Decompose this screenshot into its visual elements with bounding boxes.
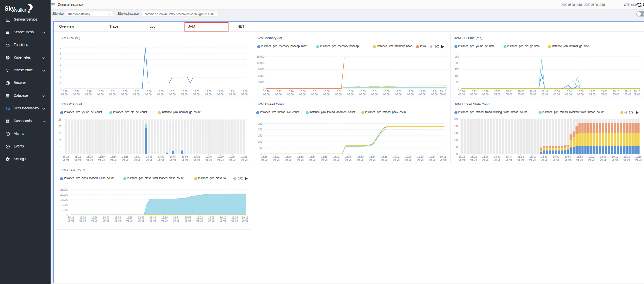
svg-text:05-08: 05-08 bbox=[517, 158, 524, 161]
svg-text:05-08: 05-08 bbox=[482, 93, 489, 96]
svg-text:19:02: 19:02 bbox=[194, 155, 200, 158]
svg-text:18:26: 18:26 bbox=[482, 90, 488, 93]
svg-text:100: 100 bbox=[258, 140, 262, 143]
svg-text:18:18: 18:18 bbox=[458, 90, 465, 93]
svg-text:05-08: 05-08 bbox=[169, 93, 176, 96]
svg-text:18:54: 18:54 bbox=[565, 155, 571, 158]
svg-text:05-08: 05-08 bbox=[205, 158, 212, 161]
svg-text:19:10: 19:10 bbox=[217, 155, 224, 158]
svg-text:05-08: 05-08 bbox=[146, 158, 152, 161]
svg-text:05-08: 05-08 bbox=[564, 158, 571, 161]
svg-text:18:42: 18:42 bbox=[333, 155, 340, 158]
svg-text:18:30: 18:30 bbox=[98, 155, 105, 158]
svg-text:19:18: 19:18 bbox=[440, 155, 446, 158]
svg-text:18:46: 18:46 bbox=[345, 155, 351, 158]
svg-text:05-08: 05-08 bbox=[369, 158, 376, 161]
svg-text:05-08: 05-08 bbox=[345, 158, 352, 161]
svg-text:05-08: 05-08 bbox=[275, 93, 282, 96]
svg-text:18:34: 18:34 bbox=[110, 155, 117, 158]
svg-text:05-08: 05-08 bbox=[63, 158, 69, 161]
svg-text:19:02: 19:02 bbox=[588, 155, 594, 158]
svg-text:05-08: 05-08 bbox=[541, 93, 548, 96]
svg-text:05-08: 05-08 bbox=[79, 219, 86, 222]
svg-text:25: 25 bbox=[58, 118, 62, 121]
svg-text:19:14: 19:14 bbox=[232, 216, 238, 219]
svg-text:18:54: 18:54 bbox=[369, 155, 375, 158]
svg-text:18:34: 18:34 bbox=[506, 155, 512, 158]
svg-text:15,000: 15,000 bbox=[60, 198, 68, 201]
svg-text:05-08: 05-08 bbox=[565, 93, 572, 96]
svg-text:05-08: 05-08 bbox=[381, 158, 388, 161]
svg-text:6,000: 6,000 bbox=[258, 74, 264, 77]
svg-text:05-08: 05-08 bbox=[157, 93, 164, 96]
svg-text:05-08: 05-08 bbox=[518, 93, 524, 96]
svg-text:9,000: 9,000 bbox=[258, 68, 264, 71]
svg-text:15,000: 15,000 bbox=[257, 55, 265, 58]
svg-text:200: 200 bbox=[258, 128, 262, 131]
svg-text:05-08: 05-08 bbox=[205, 93, 212, 96]
svg-text:18:42: 18:42 bbox=[138, 216, 144, 219]
svg-text:12,000: 12,000 bbox=[257, 61, 265, 64]
svg-text:Sky: Sky bbox=[5, 5, 15, 12]
svg-text:250: 250 bbox=[453, 117, 458, 120]
svg-text:18:50: 18:50 bbox=[359, 90, 365, 93]
svg-text:18:18: 18:18 bbox=[63, 155, 69, 158]
svg-text:05-08: 05-08 bbox=[458, 158, 465, 161]
svg-text:05-08: 05-08 bbox=[68, 219, 74, 222]
svg-text:05-08: 05-08 bbox=[347, 93, 354, 96]
svg-text:05-08: 05-08 bbox=[109, 93, 116, 96]
svg-text:05-08: 05-08 bbox=[299, 93, 306, 96]
svg-text:05-08: 05-08 bbox=[297, 158, 304, 161]
svg-text:05-08: 05-08 bbox=[494, 93, 501, 96]
svg-text:05-08: 05-08 bbox=[601, 93, 607, 96]
svg-text:19:14: 19:14 bbox=[429, 155, 435, 158]
svg-text:19:02: 19:02 bbox=[395, 90, 402, 93]
svg-text:18:54: 18:54 bbox=[371, 90, 377, 93]
svg-text:05-08: 05-08 bbox=[612, 158, 618, 161]
svg-text:4: 4 bbox=[60, 64, 61, 67]
svg-text:05-08: 05-08 bbox=[97, 93, 104, 96]
svg-text:05-08: 05-08 bbox=[357, 158, 364, 161]
svg-text:18:22: 18:22 bbox=[73, 90, 80, 93]
svg-text:18:54: 18:54 bbox=[173, 216, 179, 219]
svg-text:05-08: 05-08 bbox=[149, 219, 156, 222]
svg-text:19:02: 19:02 bbox=[193, 90, 200, 93]
svg-text:05-08: 05-08 bbox=[98, 158, 105, 161]
svg-text:15: 15 bbox=[58, 132, 62, 135]
svg-text:05-08: 05-08 bbox=[417, 158, 424, 161]
svg-text:200: 200 bbox=[453, 124, 458, 127]
svg-text:18:50: 18:50 bbox=[158, 155, 164, 158]
svg-text:05-08: 05-08 bbox=[193, 93, 200, 96]
svg-text:05-08: 05-08 bbox=[181, 93, 188, 96]
svg-text:18:22: 18:22 bbox=[470, 155, 477, 158]
svg-text:Sw: Sw bbox=[5, 107, 10, 110]
svg-text:05-08: 05-08 bbox=[196, 219, 203, 222]
svg-text:05-08: 05-08 bbox=[242, 219, 248, 222]
svg-text:18:54: 18:54 bbox=[565, 90, 572, 93]
svg-text:05-08: 05-08 bbox=[383, 93, 390, 96]
svg-text:05-08: 05-08 bbox=[577, 93, 584, 96]
svg-text:18:38: 18:38 bbox=[321, 155, 328, 158]
svg-text:19:06: 19:06 bbox=[405, 155, 411, 158]
svg-text:18:42: 18:42 bbox=[335, 90, 342, 93]
svg-text:18:22: 18:22 bbox=[74, 155, 81, 158]
svg-text:05-08: 05-08 bbox=[613, 93, 619, 96]
svg-text:05-08: 05-08 bbox=[263, 93, 270, 96]
svg-text:18:18: 18:18 bbox=[263, 90, 270, 93]
svg-text:05-08: 05-08 bbox=[181, 158, 188, 161]
svg-text:05-08: 05-08 bbox=[553, 158, 559, 161]
svg-text:19:18: 19:18 bbox=[242, 216, 248, 219]
svg-text:05-08: 05-08 bbox=[482, 158, 489, 161]
svg-text:18:58: 18:58 bbox=[383, 90, 390, 93]
svg-text:18:18: 18:18 bbox=[68, 216, 74, 219]
svg-text:19:18: 19:18 bbox=[635, 155, 642, 158]
svg-text:05-08: 05-08 bbox=[458, 93, 465, 96]
svg-text:5: 5 bbox=[60, 146, 61, 149]
svg-text:18:22: 18:22 bbox=[470, 90, 477, 93]
svg-text:6: 6 bbox=[60, 52, 61, 55]
svg-text:05-08: 05-08 bbox=[121, 93, 128, 96]
svg-text:7: 7 bbox=[60, 46, 61, 49]
svg-text:05-08: 05-08 bbox=[217, 93, 224, 96]
svg-text:05-08: 05-08 bbox=[103, 219, 109, 222]
svg-text:19:14: 19:14 bbox=[229, 155, 236, 158]
